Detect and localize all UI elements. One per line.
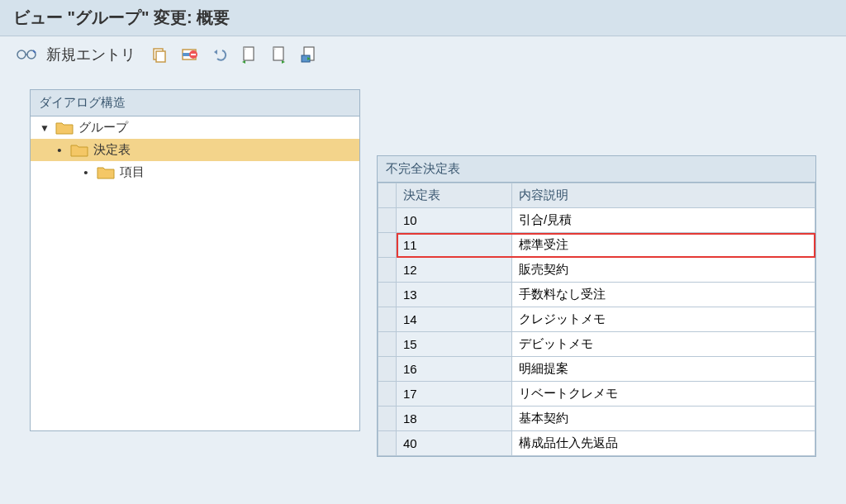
bullet-icon: • [54, 143, 65, 157]
cell-code[interactable]: 18 [397, 407, 512, 431]
tree-node-label: 決定表 [93, 142, 131, 158]
content-area: ダイアログ構造 ▼ グループ • 決定表 • 項目 [0, 73, 846, 473]
new-entry-button[interactable]: 新規エントリ [46, 45, 135, 64]
delete-row-icon[interactable] [179, 45, 199, 64]
cell-code[interactable]: 11 [397, 233, 512, 258]
table-title: 不完全決定表 [378, 156, 815, 183]
cell-desc[interactable]: 基本契約 [512, 407, 815, 431]
svg-rect-7 [191, 54, 196, 55]
table-row[interactable]: 11標準受注 [378, 233, 815, 258]
svg-rect-3 [156, 51, 165, 62]
undo-icon[interactable] [209, 45, 229, 64]
row-selector[interactable] [378, 258, 397, 283]
cell-code[interactable]: 10 [397, 208, 512, 233]
row-selector[interactable] [378, 283, 397, 307]
cell-desc[interactable]: 販売契約 [512, 258, 815, 283]
cell-desc[interactable]: 手数料なし受注 [512, 283, 815, 307]
table-panel: 不完全決定表 決定表 内容説明 10引合/見積11標準受注12販売契約13手数料… [377, 155, 816, 457]
table-row[interactable]: 17リベートクレメモ [378, 382, 815, 407]
header-bar: ビュー "グループ" 変更: 概要 [0, 0, 846, 36]
table-wrap: 決定表 内容説明 10引合/見積11標準受注12販売契約13手数料なし受注14ク… [378, 183, 815, 456]
folder-icon [70, 144, 88, 157]
page-title: ビュー "グループ" 変更: 概要 [13, 7, 833, 29]
cell-code[interactable]: 40 [397, 431, 512, 456]
copy-icon[interactable] [150, 45, 169, 64]
row-selector[interactable] [378, 208, 397, 233]
tree-node-group[interactable]: ▼ グループ [31, 116, 359, 139]
row-selector[interactable] [378, 307, 397, 332]
table-row[interactable]: 14クレジットメモ [378, 307, 815, 332]
cell-code[interactable]: 14 [397, 307, 512, 332]
cell-desc[interactable]: 構成品仕入先返品 [512, 431, 815, 456]
row-selector[interactable] [378, 431, 397, 456]
cell-desc[interactable]: リベートクレメモ [512, 382, 815, 407]
select-all-header[interactable] [378, 183, 397, 208]
tree-node-item[interactable]: • 項目 [31, 161, 359, 183]
table-row[interactable]: 16明細提案 [378, 357, 815, 382]
cell-desc[interactable]: デビットメモ [512, 332, 815, 357]
folder-icon [97, 166, 115, 179]
cell-desc[interactable]: 明細提案 [512, 357, 815, 382]
tree-header: ダイアログ構造 [31, 90, 359, 116]
table-row[interactable]: 12販売契約 [378, 258, 815, 283]
tree-node-label: グループ [78, 120, 128, 136]
table-row[interactable]: 13手数料なし受注 [378, 283, 815, 307]
transport-icon[interactable] [298, 45, 318, 64]
cell-desc[interactable]: 引合/見積 [512, 208, 815, 233]
svg-point-0 [17, 50, 26, 59]
folder-icon [55, 121, 74, 135]
tree-node-decision[interactable]: • 決定表 [31, 139, 359, 161]
cell-code[interactable]: 16 [397, 357, 512, 382]
expand-toggle-icon[interactable]: ▼ [39, 122, 50, 134]
cell-desc[interactable]: クレジットメモ [512, 307, 815, 332]
cell-desc[interactable]: 標準受注 [512, 233, 815, 258]
table-row[interactable]: 18基本契約 [378, 407, 815, 431]
cell-code[interactable]: 17 [397, 382, 512, 407]
cell-code[interactable]: 15 [397, 332, 512, 357]
cell-code[interactable]: 13 [397, 283, 512, 307]
table-row[interactable]: 40構成品仕入先返品 [378, 431, 815, 456]
row-selector[interactable] [378, 382, 397, 407]
row-selector[interactable] [378, 357, 397, 382]
row-selector[interactable] [378, 407, 397, 431]
bullet-icon: • [80, 165, 92, 179]
page-next-icon[interactable] [269, 45, 288, 64]
cell-code[interactable]: 12 [397, 258, 512, 283]
table-row[interactable]: 15デビットメモ [378, 332, 815, 357]
dialog-structure-panel: ダイアログ構造 ▼ グループ • 決定表 • 項目 [30, 89, 360, 431]
toolbar: 新規エントリ [0, 36, 846, 73]
table-row[interactable]: 10引合/見積 [378, 208, 815, 233]
col-header-desc[interactable]: 内容説明 [512, 183, 815, 208]
page-prev-icon[interactable] [239, 45, 259, 64]
decision-table: 決定表 内容説明 10引合/見積11標準受注12販売契約13手数料なし受注14ク… [378, 183, 815, 456]
row-selector[interactable] [378, 332, 397, 357]
row-selector[interactable] [378, 233, 397, 258]
tree-node-label: 項目 [120, 164, 145, 180]
glasses-icon[interactable] [17, 45, 36, 64]
tree-body: ▼ グループ • 決定表 • 項目 [31, 116, 359, 430]
col-header-code[interactable]: 決定表 [397, 183, 512, 208]
